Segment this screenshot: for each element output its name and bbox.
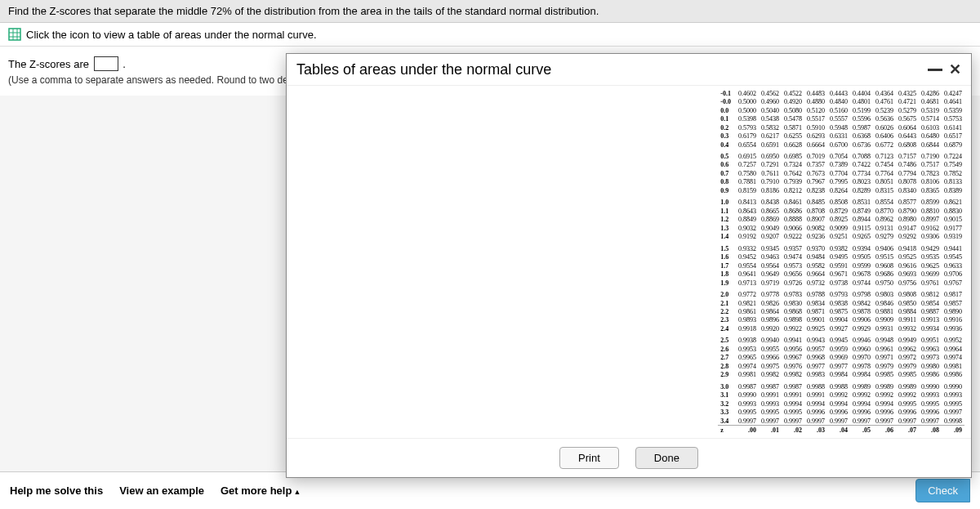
table-row: 3.30.99950.99950.99950.99960.99960.99960… [718,408,964,416]
table-row: 2.20.98610.98640.98680.98710.98750.98780… [718,307,964,315]
z-cell: 0.5359 [942,106,964,114]
z-cell: 0.9938 [736,337,759,345]
check-button[interactable]: Check [915,479,970,502]
z-cell: 0.9251 [827,233,850,241]
z-cell: 0.9952 [942,337,964,345]
z-cell: 0.5199 [850,106,873,114]
svg-rect-0 [9,29,20,40]
z-cell: 0.8238 [804,186,827,194]
z-cell: 0.9929 [850,324,873,333]
table-row: 3.10.99900.99910.99910.99910.99920.99920… [718,391,964,399]
answer-suffix: . [122,58,126,70]
close-icon[interactable]: ✕ [949,60,961,78]
z-cell: 0.9082 [804,224,827,232]
normal-table-modal: Tables of areas under the normal curve ✕… [286,53,972,478]
z-cell: 0.9984 [850,371,873,379]
table-row: 2.50.99380.99400.99410.99430.99450.99460… [718,337,964,345]
table-row: 0.40.65540.65910.66280.66640.67000.67360… [718,141,964,149]
z-cell: 0.9608 [873,261,896,270]
z-cell: 0.7642 [782,169,804,177]
table-row: 3.40.99970.99970.99970.99970.99970.99970… [718,417,964,426]
z-cell: 0.8790 [896,207,919,215]
table-link[interactable]: Click the icon to view a table of areas … [26,29,317,41]
z-cell: 0.9591 [827,261,850,270]
z-cell: 0.8023 [850,178,873,186]
z-cell: 0.9922 [782,324,804,333]
example-link[interactable]: View an example [119,484,204,497]
z-cell: 0.9963 [919,345,942,353]
z-cell: 0.9406 [873,244,896,252]
z-cell: 0.8599 [919,199,942,207]
z-cell: 0.7549 [942,161,964,169]
minimize-icon[interactable] [928,69,942,71]
help-link[interactable]: Help me solve this [10,484,103,497]
z-cell: 0.9798 [850,290,873,298]
z-cell: 0.9901 [804,316,827,324]
table-icon[interactable] [8,28,21,41]
z-cell: 0.8106 [919,178,942,186]
z-cell: 0.9265 [850,233,873,241]
z-cell: 0.9452 [736,252,759,261]
modal-footer: Print Done [287,438,971,477]
z-cell: 0.8577 [896,199,919,207]
z-cell: 0.4960 [759,97,782,105]
z-cell: 0.5557 [827,114,850,123]
z-cell: 0.5910 [804,123,827,132]
z-cell: 0.9951 [919,337,942,345]
z-cell: 0.9960 [850,345,873,353]
z-cell: 0.9772 [736,290,759,298]
z-cell: 0.7486 [896,161,919,169]
z-cell: 0.6628 [782,141,804,149]
z-cell: 0.9997 [896,417,919,426]
z-cell: 0.9996 [919,408,942,416]
z-cell: 0.8413 [736,199,759,207]
z-cell: 0.8554 [873,199,896,207]
z-cell: 0.7939 [782,178,804,186]
more-help-link[interactable]: Get more help▲ [220,484,301,497]
answer-input[interactable] [94,56,118,71]
z-cell: 0.5120 [804,106,827,114]
z-row-label: 3.4 [718,417,736,426]
z-row-label: 0.3 [718,132,736,140]
z-cell: 0.9934 [919,324,942,333]
z-cell: 0.6179 [736,132,759,140]
z-cell: 0.4880 [804,97,827,105]
z-cell: 0.9940 [759,337,782,345]
done-button[interactable]: Done [635,447,698,469]
z-cell: 0.9222 [782,233,804,241]
z-row-label: 2.8 [718,362,736,370]
z-cell: 0.6879 [942,141,964,149]
z-cell: 0.9625 [919,261,942,270]
z-cell: 0.6026 [873,123,896,132]
z-cell: 0.9838 [827,299,850,307]
z-row-label: 3.0 [718,382,736,391]
z-cell: 0.5398 [736,114,759,123]
table-row: -0.00.50000.49600.49200.48800.48400.4801… [718,97,964,105]
table-row: 0.90.81590.81860.82120.82380.82640.82890… [718,186,964,194]
z-cell: 0.9981 [942,362,964,370]
z-cell: 0.9994 [827,400,850,408]
table-row: 2.80.99740.99750.99760.99770.99770.99780… [718,362,964,370]
z-cell: 0.9846 [873,299,896,307]
z-cell: 0.9970 [850,354,873,362]
z-cell: 0.9988 [804,382,827,391]
z-cell: 0.9535 [919,252,942,261]
modal-body[interactable]: -0.10.46020.45620.45220.44830.44430.4404… [287,86,971,438]
z-cell: 0.9971 [873,354,896,362]
z-cell: 0.5987 [850,123,873,132]
z-cell: 0.6331 [827,132,850,140]
z-cell: 0.7389 [827,161,850,169]
z-cell: 0.9850 [896,299,919,307]
z-cell: 0.9990 [942,382,964,391]
z-cell: 0.9066 [782,224,804,232]
z-cell: 0.9983 [804,371,827,379]
z-cell: 0.9864 [759,307,782,315]
z-cell: 0.6700 [827,141,850,149]
print-button[interactable]: Print [559,447,619,469]
z-cell: 0.8749 [850,207,873,215]
z-cell: 0.6664 [804,141,827,149]
z-cell: 0.9319 [942,233,964,241]
z-cell: 0.9099 [827,224,850,232]
z-cell: 0.8133 [942,178,964,186]
z-cell: 0.9817 [942,290,964,298]
